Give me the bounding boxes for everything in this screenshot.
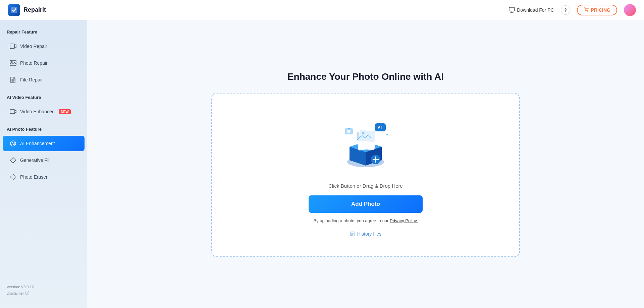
disclaimer-info-icon[interactable]: ⓘ [25, 290, 29, 296]
sidebar-item-ai-enhancement[interactable]: AI AI Enhancement [3, 136, 85, 151]
sidebar-item-video-repair[interactable]: Video Repair [3, 39, 85, 54]
upload-area[interactable]: AI ✦ Click Button or Drag & Drop Here Ad… [211, 93, 520, 257]
upload-illustration: AI ✦ [335, 113, 396, 174]
monitor-icon [509, 7, 515, 13]
new-badge: NEW [59, 109, 70, 114]
sidebar: Repair Feature Video Repair Photo Repair [0, 20, 87, 308]
main-layout: Repair Feature Video Repair Photo Repair [0, 20, 644, 308]
version-text: Version: V3.0.12 [7, 285, 80, 289]
video-enhancer-icon [9, 108, 17, 115]
logo: Repairit [8, 4, 46, 16]
ai-enhancement-icon: AI [9, 140, 17, 147]
avatar[interactable] [624, 4, 636, 16]
sidebar-item-generative-fill[interactable]: Generative Fill [3, 152, 85, 168]
svg-text:AI: AI [378, 125, 382, 130]
sidebar-footer: Version: V3.0.12 Disclaimer ⓘ [0, 280, 87, 301]
svg-text:AI: AI [11, 142, 15, 145]
video-repair-icon [9, 43, 17, 50]
photo-eraser-label: Photo Eraser [20, 174, 48, 180]
history-icon [350, 231, 355, 237]
history-files-button[interactable]: History files [350, 231, 381, 237]
sidebar-item-photo-eraser[interactable]: Photo Eraser [3, 169, 85, 185]
svg-rect-7 [10, 110, 15, 114]
sidebar-item-file-repair[interactable]: File Repair [3, 72, 85, 87]
pricing-button[interactable]: PRICING [577, 5, 617, 15]
add-photo-button[interactable]: Add Photo [309, 195, 423, 213]
svg-rect-21 [348, 128, 350, 129]
video-enhancer-label: Video Enhancer [20, 109, 53, 114]
photo-repair-label: Photo Repair [20, 60, 48, 66]
section-label-ai-video: AI Video Feature [0, 92, 87, 103]
svg-text:✦: ✦ [385, 132, 389, 137]
disclaimer-row: Disclaimer ⓘ [7, 290, 80, 296]
header-right: Download For PC ? PRICING [509, 4, 636, 16]
main-content: Enhance Your Photo Online with AI [87, 20, 644, 308]
svg-rect-4 [10, 44, 14, 49]
svg-point-2 [586, 11, 586, 12]
drop-text: Click Button or Drag & Drop Here [328, 183, 403, 189]
privacy-text: By uploading a photo, you agree to our P… [313, 218, 418, 223]
svg-rect-0 [11, 7, 17, 13]
cart-icon [584, 7, 589, 13]
logo-text: Repairit [23, 6, 46, 13]
section-label-ai-photo: AI Photo Feature [0, 124, 87, 135]
ai-enhancement-label: AI Enhancement [20, 141, 55, 146]
file-repair-label: File Repair [20, 77, 43, 82]
svg-point-20 [347, 130, 351, 133]
photo-eraser-icon [9, 173, 17, 181]
header: Repairit Download For PC ? PRICING [0, 0, 644, 20]
page-title: Enhance Your Photo Online with AI [287, 71, 444, 82]
video-repair-label: Video Repair [20, 44, 47, 49]
section-label-repair: Repair Feature [0, 27, 87, 38]
svg-point-3 [587, 11, 588, 12]
sidebar-item-photo-repair[interactable]: Photo Repair [3, 55, 85, 71]
help-button[interactable]: ? [561, 5, 570, 15]
generative-fill-label: Generative Fill [20, 158, 50, 163]
generative-fill-icon [9, 157, 17, 164]
svg-point-6 [11, 61, 12, 63]
photo-repair-icon [9, 59, 17, 67]
sidebar-item-video-enhancer[interactable]: Video Enhancer NEW [3, 104, 85, 119]
disclaimer-label: Disclaimer [7, 291, 24, 295]
file-repair-icon [9, 76, 17, 83]
privacy-policy-link[interactable]: Privacy Policy. [390, 218, 418, 223]
download-button[interactable]: Download For PC [509, 7, 554, 13]
svg-rect-1 [509, 7, 515, 11]
logo-icon [8, 4, 20, 16]
